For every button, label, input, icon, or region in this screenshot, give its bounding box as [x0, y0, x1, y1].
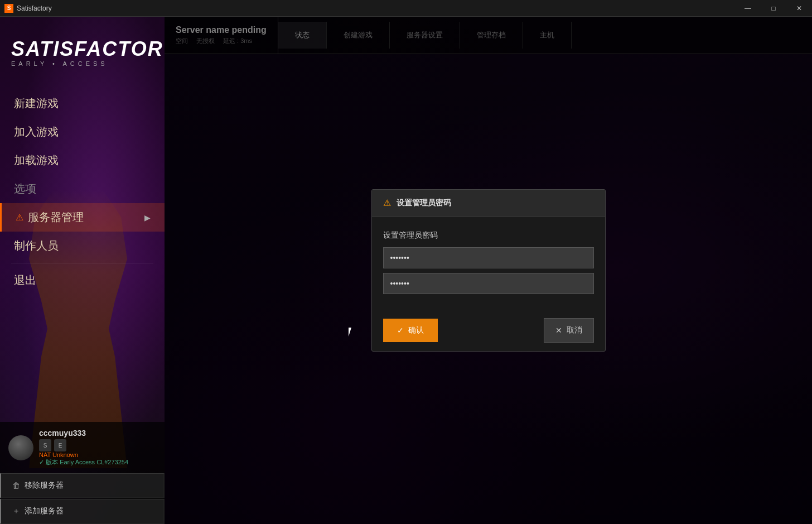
x-icon: ✕ — [555, 326, 562, 335]
confirm-button[interactable]: ✓ 确认 — [383, 319, 438, 342]
sidebar-item-options[interactable]: 选项 — [0, 175, 165, 203]
user-name: cccmuyu333 — [39, 429, 128, 438]
app-icon: S — [4, 4, 13, 13]
sidebar-item-credits[interactable]: 制作人员 — [0, 232, 165, 260]
plus-icon: ＋ — [12, 506, 20, 516]
steam-icon: S — [39, 439, 51, 451]
password-label: 设置管理员密码 — [383, 230, 594, 241]
minimize-button[interactable]: — — [735, 0, 761, 17]
nat-status: NAT Unknown — [39, 451, 128, 458]
app-title: Satisfactory — [17, 4, 52, 12]
trash-icon: 🗑 — [12, 481, 20, 490]
user-area: cccmuyu333 S E NAT Unknown ✓ 版本 — [0, 422, 165, 524]
remove-server-button[interactable]: 🗑 移除服务器 — [0, 473, 165, 498]
checkmark-icon: ✓ — [397, 326, 404, 335]
password-input[interactable] — [383, 247, 594, 268]
sidebar: SATISFACTORY EARLY • ACCESS 新建游戏 加入游戏 加载… — [0, 17, 165, 524]
sidebar-item-quit[interactable]: 退出 — [0, 266, 165, 295]
password-confirm-input[interactable] — [383, 273, 594, 294]
password-dialog: ⚠ 设置管理员密码 设置管理员密码 ✓ 确认 ✕ 取消 — [371, 189, 606, 352]
logo-area: SATISFACTORY EARLY • ACCESS — [0, 17, 165, 84]
window-controls: — □ ✕ — [735, 0, 812, 16]
menu-divider — [11, 263, 153, 263]
platform-icons: S E — [39, 439, 128, 451]
maximize-button[interactable]: □ — [761, 0, 786, 17]
bottom-buttons: 🗑 移除服务器 ＋ 添加服务器 — [0, 473, 165, 524]
cancel-button[interactable]: ✕ 取消 — [544, 318, 594, 343]
titlebar-left: S Satisfactory — [0, 4, 52, 13]
sidebar-item-load-game[interactable]: 加载游戏 — [0, 146, 165, 175]
sidebar-menu: 新建游戏 加入游戏 加载游戏 选项 ⚠ 服务器管理 ▶ 制作人员 — [0, 84, 165, 300]
sidebar-item-join-game[interactable]: 加入游戏 — [0, 118, 165, 146]
dialog-warning-icon: ⚠ — [383, 198, 391, 208]
dialog-title: 设置管理员密码 — [397, 198, 451, 208]
version-info: ✓ 版本 Early Access CL#273254 — [39, 458, 128, 467]
modal-body: 设置管理员密码 — [372, 217, 605, 310]
close-button[interactable]: ✕ — [786, 0, 812, 17]
avatar — [8, 435, 33, 460]
modal-header: ⚠ 设置管理员密码 — [372, 190, 605, 217]
game-subtitle: EARLY • ACCESS — [11, 60, 153, 67]
chevron-right-icon: ▶ — [144, 213, 151, 222]
add-server-button[interactable]: ＋ 添加服务器 — [0, 499, 165, 524]
warning-icon: ⚠ — [16, 212, 23, 223]
main-content: Server name pending 空间 无授权 延迟 : 3ms 状态 创… — [165, 17, 812, 524]
game-logo: SATISFACTORY — [11, 39, 153, 59]
sidebar-item-server-mgmt[interactable]: ⚠ 服务器管理 ▶ — [0, 203, 165, 232]
main-area: SATISFACTORY EARLY • ACCESS 新建游戏 加入游戏 加载… — [0, 17, 812, 524]
epic-icon: E — [54, 439, 66, 451]
user-info: cccmuyu333 S E NAT Unknown ✓ 版本 — [0, 422, 165, 473]
titlebar: S Satisfactory — □ ✕ — [0, 0, 812, 17]
modal-footer: ✓ 确认 ✕ 取消 — [372, 310, 605, 351]
user-details: cccmuyu333 S E NAT Unknown ✓ 版本 — [39, 429, 128, 467]
modal-overlay: ⚠ 设置管理员密码 设置管理员密码 ✓ 确认 ✕ 取消 — [165, 17, 812, 524]
sidebar-item-new-game[interactable]: 新建游戏 — [0, 89, 165, 118]
